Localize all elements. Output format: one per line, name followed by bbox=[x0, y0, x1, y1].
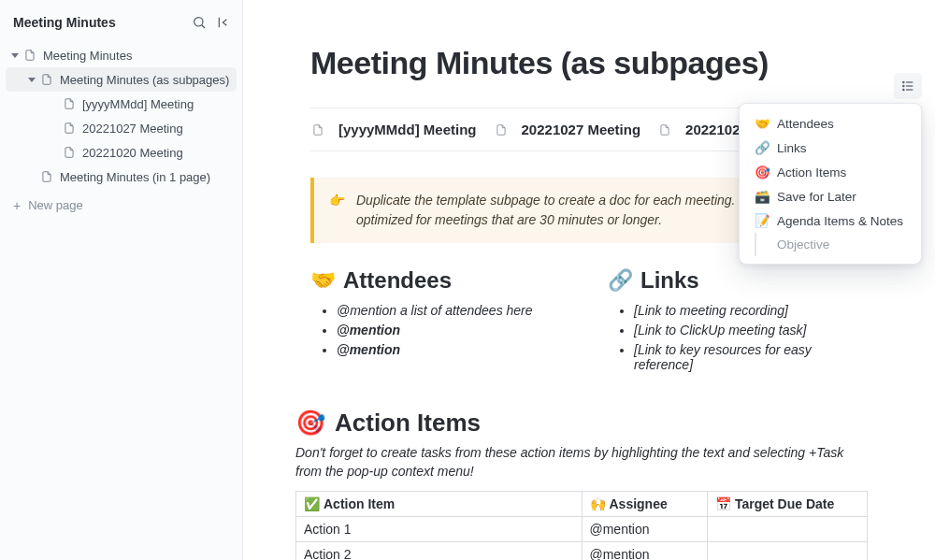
chevron-down-icon[interactable] bbox=[9, 50, 21, 61]
hands-icon: 🙌 bbox=[590, 496, 606, 511]
subpage-link-20221027[interactable]: 20221027 Meeting bbox=[494, 122, 641, 137]
action-items-section: 🎯 Action Items Don't forget to create ta… bbox=[295, 409, 868, 560]
page-icon bbox=[310, 122, 325, 137]
page-icon bbox=[22, 48, 37, 63]
col-action-item: ✅Action Item bbox=[296, 491, 583, 516]
chevron-down-icon[interactable] bbox=[26, 74, 37, 85]
plus-icon: + bbox=[13, 199, 21, 212]
tree-item-meeting-minutes-1page[interactable]: Meeting Minutes (in 1 page) bbox=[6, 165, 237, 189]
check-icon: ✅ bbox=[304, 496, 320, 511]
tree-item-template-meeting[interactable]: [yyyyMMdd] Meeting bbox=[6, 92, 237, 116]
search-icon[interactable] bbox=[192, 15, 207, 30]
list-item[interactable]: [Link to ClickUp meeting task] bbox=[634, 323, 868, 337]
new-page-button[interactable]: + New page bbox=[0, 189, 242, 222]
page-icon bbox=[62, 145, 77, 160]
handshake-icon: 🤝 bbox=[755, 116, 770, 131]
svg-point-9 bbox=[903, 85, 904, 86]
table-row[interactable]: Action 2 @mention bbox=[296, 541, 868, 560]
outline-item-label: Save for Later bbox=[777, 190, 856, 204]
action-items-table[interactable]: ✅Action Item 🙌Assignee 📅Target Due Date … bbox=[295, 491, 868, 560]
attendees-section: 🤝 Attendees @mention a list of attendees… bbox=[310, 267, 570, 377]
attendees-list[interactable]: @mention a list of attendees here @menti… bbox=[310, 303, 570, 357]
outline-item-attendees[interactable]: 🤝 Attendees bbox=[743, 111, 917, 136]
workspace-title[interactable]: Meeting Minutes bbox=[13, 15, 116, 30]
cell-item[interactable]: Action 1 bbox=[296, 516, 583, 541]
list-item[interactable]: @mention bbox=[337, 342, 570, 357]
links-list[interactable]: [Link to meeting recording] [Link to Cli… bbox=[608, 303, 868, 372]
calendar-icon: 📅 bbox=[715, 496, 731, 511]
tree-item-label: 20221027 Meeting bbox=[82, 122, 183, 136]
outline-item-label: Objective bbox=[777, 237, 829, 251]
table-header-row: ✅Action Item 🙌Assignee 📅Target Due Date bbox=[296, 491, 868, 516]
page-tree: Meeting Minutes Meeting Minutes (as subp… bbox=[0, 43, 242, 189]
page-icon bbox=[39, 72, 54, 87]
page-icon bbox=[62, 96, 77, 111]
target-icon: 🎯 bbox=[295, 409, 325, 438]
tree-item-20221027[interactable]: 20221027 Meeting bbox=[6, 116, 237, 140]
two-column-section: 🤝 Attendees @mention a list of attendees… bbox=[310, 267, 868, 377]
outline-item-objective[interactable]: Objective bbox=[755, 233, 917, 256]
links-title: Links bbox=[640, 267, 699, 294]
cell-assignee[interactable]: @mention bbox=[582, 516, 707, 541]
tree-item-meeting-minutes-subpages[interactable]: Meeting Minutes (as subpages) bbox=[6, 67, 237, 92]
tree-item-meeting-minutes[interactable]: Meeting Minutes bbox=[6, 43, 237, 67]
memo-icon: 📝 bbox=[755, 213, 770, 228]
new-page-label: New page bbox=[28, 198, 83, 212]
target-icon: 🎯 bbox=[755, 165, 770, 179]
outline-item-label: Links bbox=[777, 141, 807, 155]
list-item[interactable]: @mention bbox=[337, 323, 570, 337]
table-row[interactable]: Action 1 @mention bbox=[296, 516, 868, 541]
subpage-label: 20221027 Meeting bbox=[522, 122, 641, 137]
outline-item-label: Action Items bbox=[777, 165, 846, 179]
handshake-icon: 🤝 bbox=[310, 268, 336, 293]
tree-item-label: Meeting Minutes bbox=[43, 49, 132, 63]
action-items-title: Action Items bbox=[335, 409, 481, 438]
svg-point-10 bbox=[903, 89, 904, 90]
col-assignee: 🙌Assignee bbox=[582, 491, 707, 516]
document-area: Meeting Minutes (as subpages) [yyyyMMdd]… bbox=[243, 0, 935, 560]
attendees-heading: 🤝 Attendees bbox=[310, 267, 570, 294]
list-item[interactable]: [Link to meeting recording] bbox=[634, 303, 868, 318]
list-item[interactable]: @mention a list of attendees here bbox=[337, 303, 570, 318]
tree-item-label: [yyyyMMdd] Meeting bbox=[82, 97, 194, 111]
collapse-sidebar-icon[interactable] bbox=[216, 15, 231, 30]
outline-toggle-button[interactable] bbox=[894, 73, 922, 99]
tree-spacer bbox=[49, 147, 60, 158]
drawer-icon: 🗃️ bbox=[755, 189, 770, 204]
outline-popup: 🤝 Attendees 🔗 Links 🎯 Action Items 🗃️ Sa… bbox=[739, 103, 922, 265]
link-icon: 🔗 bbox=[755, 140, 770, 155]
tree-spacer bbox=[49, 98, 60, 109]
cell-assignee[interactable]: @mention bbox=[582, 541, 707, 560]
svg-line-1 bbox=[202, 25, 205, 28]
pointing-right-icon: 👉 bbox=[329, 191, 345, 230]
outline-item-action-items[interactable]: 🎯 Action Items bbox=[743, 160, 917, 184]
svg-marker-4 bbox=[28, 78, 36, 82]
svg-marker-3 bbox=[11, 53, 19, 58]
sidebar: Meeting Minutes Meeting Minutes Meeting … bbox=[0, 0, 243, 560]
cell-due[interactable] bbox=[707, 541, 867, 560]
page-icon bbox=[62, 121, 77, 136]
tree-item-20221020[interactable]: 20221020 Meeting bbox=[6, 140, 237, 165]
outline-item-label: Attendees bbox=[777, 117, 834, 131]
subpage-label: [yyyyMMdd] Meeting bbox=[338, 122, 477, 137]
outline-item-links[interactable]: 🔗 Links bbox=[743, 136, 917, 160]
tree-spacer bbox=[26, 171, 37, 182]
subpage-link-template[interactable]: [yyyyMMdd] Meeting bbox=[310, 122, 477, 137]
page-icon bbox=[39, 169, 54, 184]
page-title[interactable]: Meeting Minutes (as subpages) bbox=[310, 45, 868, 81]
list-item[interactable]: [Link to key resources for easy referenc… bbox=[634, 342, 868, 372]
attendees-title: Attendees bbox=[343, 267, 452, 294]
cell-item[interactable]: Action 2 bbox=[296, 541, 583, 560]
outline-item-agenda[interactable]: 📝 Agenda Items & Notes bbox=[743, 208, 917, 233]
link-icon: 🔗 bbox=[608, 268, 633, 293]
outline-item-save-for-later[interactable]: 🗃️ Save for Later bbox=[743, 184, 917, 208]
col-due-date: 📅Target Due Date bbox=[707, 491, 867, 516]
tree-item-label: Meeting Minutes (as subpages) bbox=[60, 73, 229, 87]
tree-item-label: 20221020 Meeting bbox=[82, 146, 183, 160]
links-section: 🔗 Links [Link to meeting recording] [Lin… bbox=[608, 267, 868, 377]
action-items-desc: Don't forget to create tasks from these … bbox=[295, 443, 868, 481]
page-icon bbox=[657, 122, 672, 137]
svg-point-8 bbox=[903, 81, 904, 82]
page-icon bbox=[494, 122, 509, 137]
cell-due[interactable] bbox=[707, 516, 867, 541]
